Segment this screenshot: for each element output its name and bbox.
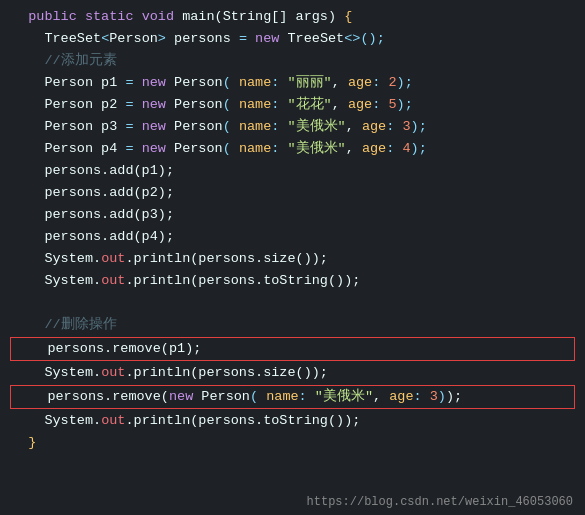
code-line: persons.add(p4); [0, 226, 585, 248]
code-line: //删除操作 [0, 314, 585, 336]
code-line [0, 292, 585, 314]
code-line: persons.remove(new Person( name: "美俄米", … [10, 385, 575, 409]
code-line: System.out.println(persons.size()); [0, 248, 585, 270]
code-line: Person p4 = new Person( name: "美俄米", age… [0, 138, 585, 160]
code-line: Person p2 = new Person( name: "花花", age:… [0, 94, 585, 116]
code-line: TreeSet<Person> persons = new TreeSet<>(… [0, 28, 585, 50]
code-line: System.out.println(persons.toString()); [0, 270, 585, 292]
code-line: //添加元素 [0, 50, 585, 72]
code-line: Person p3 = new Person( name: "美俄米", age… [0, 116, 585, 138]
code-line: persons.add(p3); [0, 204, 585, 226]
code-line: persons.remove(p1); [10, 337, 575, 361]
footer-url: https://blog.csdn.net/weixin_46053060 [307, 495, 573, 509]
code-line: } [0, 432, 585, 454]
code-editor: public static void main(String[] args) {… [0, 0, 585, 515]
code-line: persons.add(p2); [0, 182, 585, 204]
code-line: public static void main(String[] args) { [0, 6, 585, 28]
code-line: persons.add(p1); [0, 160, 585, 182]
code-line: System.out.println(persons.toString()); [0, 410, 585, 432]
code-line: System.out.println(persons.size()); [0, 362, 585, 384]
code-line: Person p1 = new Person( name: "丽丽", age:… [0, 72, 585, 94]
